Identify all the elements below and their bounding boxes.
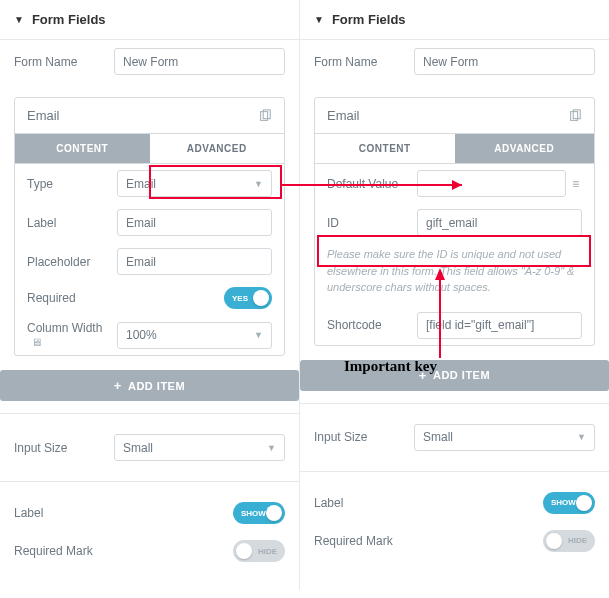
section-title: Form Fields	[32, 12, 106, 27]
label-label: Label	[27, 216, 117, 230]
label-toggle[interactable]: SHOW	[543, 492, 595, 514]
desktop-icon[interactable]: 🖥	[31, 336, 42, 348]
form-name-input[interactable]	[414, 48, 595, 75]
tab-advanced[interactable]: ADVANCED	[150, 134, 285, 163]
tab-content[interactable]: CONTENT	[315, 134, 455, 163]
placeholder-label: Placeholder	[27, 255, 117, 269]
input-size-label: Input Size	[314, 430, 414, 444]
shortcode-input[interactable]	[417, 312, 582, 339]
chevron-down-icon: ▼	[254, 179, 263, 189]
input-size-label: Input Size	[14, 441, 114, 455]
default-value-label: Default Value	[327, 177, 417, 191]
default-value-input[interactable]	[417, 170, 566, 197]
field-title: Email	[327, 108, 360, 123]
colwidth-label: Column Width🖥	[27, 321, 117, 349]
chevron-down-icon: ▼	[254, 330, 263, 340]
colwidth-select[interactable]: 100%▼	[117, 322, 272, 349]
field-title: Email	[27, 108, 60, 123]
chevron-down-icon: ▼	[267, 443, 276, 453]
label-toggle-label: Label	[14, 506, 233, 520]
shortcode-label: Shortcode	[327, 318, 417, 332]
form-name-label: Form Name	[14, 55, 114, 69]
tab-advanced[interactable]: ADVANCED	[455, 134, 595, 163]
section-title: Form Fields	[332, 12, 406, 27]
id-input[interactable]	[417, 209, 582, 236]
field-item: Email CONTENT ADVANCED Type Email▼ Label…	[14, 97, 285, 356]
chevron-down-icon: ▼	[577, 432, 586, 442]
required-mark-toggle[interactable]: HIDE	[233, 540, 285, 562]
id-help-text: Please make sure the ID is unique and no…	[315, 242, 594, 306]
plus-icon: +	[114, 378, 122, 393]
right-panel: ▼ Form Fields Form Name Email CONTENT AD…	[300, 0, 609, 590]
required-mark-label: Required Mark	[314, 534, 543, 548]
duplicate-icon[interactable]	[258, 109, 272, 123]
required-mark-label: Required Mark	[14, 544, 233, 558]
input-size-select[interactable]: Small▼	[114, 434, 285, 461]
label-toggle-label: Label	[314, 496, 543, 510]
field-header[interactable]: Email	[315, 98, 594, 134]
type-select[interactable]: Email▼	[117, 170, 272, 197]
required-label: Required	[27, 291, 117, 305]
required-toggle[interactable]: YES	[224, 287, 272, 309]
section-header[interactable]: ▼ Form Fields	[0, 0, 299, 40]
duplicate-icon[interactable]	[568, 109, 582, 123]
label-toggle[interactable]: SHOW	[233, 502, 285, 524]
dynamic-icon[interactable]: ≡	[570, 177, 582, 191]
input-size-select[interactable]: Small▼	[414, 424, 595, 451]
type-label: Type	[27, 177, 117, 191]
add-item-button[interactable]: +ADD ITEM	[0, 370, 299, 401]
required-mark-toggle[interactable]: HIDE	[543, 530, 595, 552]
placeholder-input[interactable]	[117, 248, 272, 275]
caret-down-icon: ▼	[314, 14, 324, 25]
id-label: ID	[327, 216, 417, 230]
tab-content[interactable]: CONTENT	[15, 134, 150, 163]
caret-down-icon: ▼	[14, 14, 24, 25]
annotation-text: Important key	[344, 358, 437, 375]
field-item: Email CONTENT ADVANCED Default Value ≡ I…	[314, 97, 595, 346]
section-header[interactable]: ▼ Form Fields	[300, 0, 609, 40]
left-panel: ▼ Form Fields Form Name Email CONTENT AD…	[0, 0, 300, 590]
form-name-label: Form Name	[314, 55, 414, 69]
field-header[interactable]: Email	[15, 98, 284, 134]
form-name-input[interactable]	[114, 48, 285, 75]
label-input[interactable]	[117, 209, 272, 236]
